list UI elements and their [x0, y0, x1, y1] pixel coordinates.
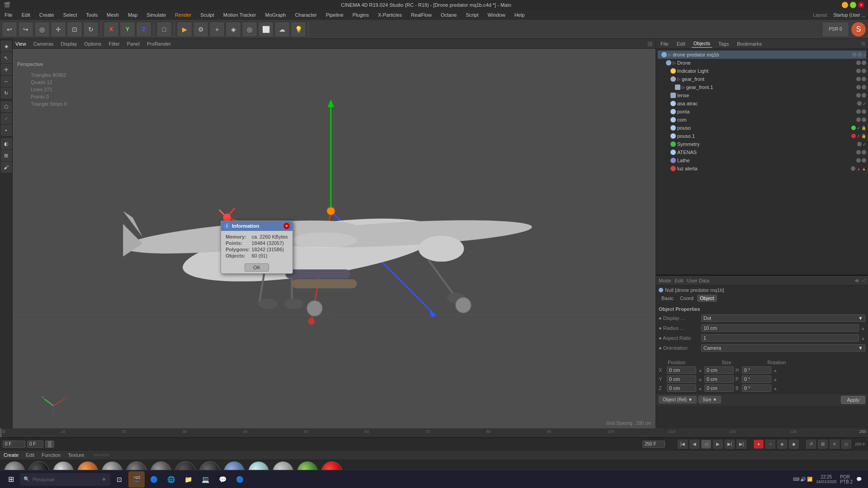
sidebar-polygon-btn[interactable]: ⬡: [1, 101, 12, 112]
menu-octane[interactable]: Octane: [439, 11, 458, 19]
menu-edit[interactable]: Edit: [20, 11, 32, 19]
rot-z-field[interactable]: 0 °: [742, 385, 771, 392]
floor-button[interactable]: ⬜: [258, 22, 274, 37]
orientation-dropdown[interactable]: Camera ▼: [701, 344, 865, 352]
taskbar-chrome2[interactable]: 🔵: [231, 471, 248, 488]
viewport-tab-cameras[interactable]: Cameras: [33, 41, 54, 47]
viewport[interactable]: Perspective Triangles 80962 Quads 12 Lin…: [13, 49, 656, 428]
next-frame-btn[interactable]: ▶|: [725, 440, 735, 449]
menu-pipeline[interactable]: Pipeline: [324, 11, 345, 19]
rtab-edit[interactable]: Edit: [675, 40, 687, 47]
light-button[interactable]: 💡: [291, 22, 306, 37]
radius-up-btn[interactable]: ▲: [861, 326, 865, 331]
undo-button[interactable]: ↩: [2, 22, 17, 37]
ptab-object[interactable]: Object: [697, 295, 717, 302]
current-frame-display[interactable]: 0 F: [27, 441, 43, 448]
sidebar-point-btn[interactable]: •: [1, 125, 12, 136]
menu-mesh[interactable]: Mesh: [105, 11, 121, 19]
props-expand-icon[interactable]: ◀: [854, 277, 858, 283]
menu-realflow[interactable]: RealFlow: [409, 11, 434, 19]
object-rel-button[interactable]: Object (Rel) ▼: [659, 396, 697, 404]
size-button[interactable]: Size ▼: [698, 396, 721, 404]
tree-item-ponta[interactable]: ponta: [658, 108, 866, 116]
prev-play-btn[interactable]: ◁: [701, 440, 711, 449]
menu-character[interactable]: Character: [293, 11, 318, 19]
minimize-button[interactable]: _: [842, 2, 848, 8]
menu-map[interactable]: Map: [126, 11, 139, 19]
taskbar-whatsapp[interactable]: 💬: [214, 471, 231, 488]
tree-item-com[interactable]: com: [658, 116, 866, 124]
rot-x-field[interactable]: 0 °: [742, 366, 771, 374]
goto-end-btn[interactable]: ▶|: [736, 440, 746, 449]
search-bar[interactable]: 🔍 Pesquisar ✦: [20, 473, 110, 486]
tree-item-luzalerta[interactable]: luz alerta ▲ ▲: [658, 164, 866, 173]
prev-frame-btn[interactable]: ◀: [689, 440, 699, 449]
taskbar-cinema4d[interactable]: 🎬: [128, 471, 145, 488]
menu-motion-tracker[interactable]: Motion Tracker: [222, 11, 258, 19]
add-object-button[interactable]: +: [209, 22, 225, 37]
sky-button[interactable]: ☁: [274, 22, 290, 37]
redo-button[interactable]: ↪: [18, 22, 33, 37]
display-dropdown[interactable]: Dot ▼: [701, 314, 865, 322]
taskbar-vscode[interactable]: 💻: [197, 471, 213, 488]
menu-mograph[interactable]: MoGraph: [264, 11, 288, 19]
viewport-tab-view[interactable]: View: [15, 41, 26, 47]
viewport-tab-filter[interactable]: Filter: [108, 41, 119, 47]
tree-item-gearfront1[interactable]: ▷ gear_front.1: [658, 83, 866, 91]
menu-plugins[interactable]: Plugins: [351, 11, 371, 19]
start-button[interactable]: ⊞: [3, 471, 19, 488]
play-btn[interactable]: ▶: [713, 440, 723, 449]
menu-select[interactable]: Select: [61, 11, 79, 19]
tree-item-lense[interactable]: lense: [658, 91, 866, 99]
timeline-ruler[interactable]: 0 10 20 30 40 50 60 70 80 90 100 110 120…: [0, 428, 868, 437]
rtab-bookmarks[interactable]: Bookmarks: [735, 40, 764, 47]
tree-item-gearfront[interactable]: ▷ gear_front: [658, 75, 866, 83]
goto-start-btn[interactable]: |◀: [678, 440, 688, 449]
y-axis-button[interactable]: Y: [120, 22, 135, 37]
ptab-coord[interactable]: Coord: [677, 295, 696, 302]
tree-item-symmetry[interactable]: Symmetry ✓: [658, 140, 866, 148]
menu-xparticles[interactable]: X-Particles: [376, 11, 404, 19]
taskbar-explorer[interactable]: 📁: [180, 471, 196, 488]
sidebar-edge-btn[interactable]: ⟋: [1, 113, 12, 124]
taskbar-blender[interactable]: 🔵: [146, 471, 162, 488]
close-button[interactable]: ✕: [858, 2, 864, 8]
size-y-field[interactable]: 0 cm: [704, 375, 734, 383]
viewport-tab-prorender[interactable]: ProRender: [147, 41, 171, 47]
sidebar-sculpt-btn[interactable]: 🖌: [1, 162, 12, 173]
notification-btn[interactable]: 💬: [856, 477, 862, 482]
info-ok-button[interactable]: OK: [245, 263, 269, 272]
pos-y-field[interactable]: 0 cm: [667, 375, 696, 383]
menu-sculpt[interactable]: Sculpt: [198, 11, 216, 19]
mat-tab-texture[interactable]: Texture: [68, 452, 84, 458]
sidebar-uv-btn[interactable]: ⊞: [1, 150, 12, 161]
taskbar-chrome[interactable]: 🌐: [163, 471, 179, 488]
render-settings-button[interactable]: ⚙: [193, 22, 208, 37]
menu-help[interactable]: Help: [513, 11, 527, 19]
keyframe-btn[interactable]: ◇: [841, 440, 851, 449]
pos-x-field[interactable]: 0 cm: [667, 366, 696, 374]
psr-button[interactable]: PSR 0: [822, 22, 849, 37]
x-axis-button[interactable]: X: [104, 22, 119, 37]
material-button[interactable]: ◎: [242, 22, 257, 37]
viewport-tab-panel[interactable]: Panel: [127, 41, 140, 47]
tree-item-indicator[interactable]: Indicator Light: [658, 67, 866, 75]
mat-tab-edit[interactable]: Edit: [26, 452, 34, 458]
tree-item-drone[interactable]: ▷ Drone: [658, 59, 866, 67]
sidebar-rotate-btn[interactable]: ↻: [1, 88, 12, 99]
apply-button[interactable]: Apply: [841, 396, 865, 404]
end-frame-field[interactable]: 250 F: [642, 441, 665, 448]
menu-script[interactable]: Script: [464, 11, 480, 19]
user-button[interactable]: S: [851, 22, 866, 37]
tree-item-atenas[interactable]: ATENAS: [658, 148, 866, 156]
sidebar-material-btn[interactable]: ◐: [1, 138, 12, 149]
info-dialog-close-button[interactable]: ×: [283, 223, 290, 229]
menu-render[interactable]: Render: [173, 11, 193, 19]
layout-value[interactable]: Startup (User ...: [833, 13, 865, 18]
aspect-up-btn[interactable]: ▲: [861, 336, 865, 341]
menu-create[interactable]: Create: [38, 11, 56, 19]
rtab-tags[interactable]: Tags: [717, 40, 731, 47]
loop-btn[interactable]: ↺: [806, 440, 816, 449]
props-icon1[interactable]: ◁: [862, 277, 865, 283]
tree-item-asaatrac[interactable]: asa atrac ✓: [658, 99, 866, 108]
